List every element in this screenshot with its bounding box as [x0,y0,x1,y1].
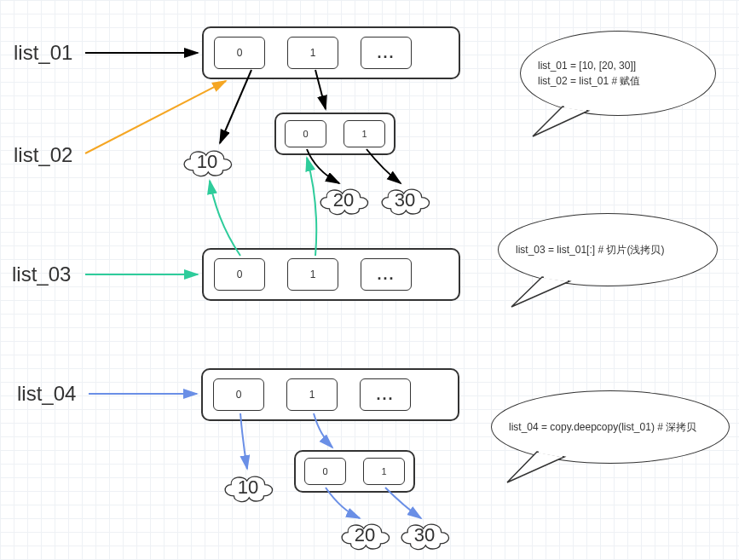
bubble-shallow: list_03 = list_01[:] # 切片(浅拷贝) [498,213,718,286]
cloud-10-a: 10 [179,145,235,179]
cell-mid-dots: ... [361,258,412,291]
diagram-stage: list_01 list_02 list_03 list_04 0 1 ... … [0,0,739,560]
cloud-20-b-value: 20 [355,524,375,546]
cell-bot-0: 0 [213,378,264,411]
bubble-assign: list_01 = [10, [20, 30]] list_02 = list_… [520,31,716,116]
bubble-assign-l2: list_02 = list_01 # 赋值 [538,73,640,89]
cloud-30-b: 30 [396,518,453,552]
cell-mid-1: 1 [287,258,338,291]
label-list03: list_03 [12,263,71,286]
label-list01: list_01 [14,41,72,65]
cell-bot-dots: ... [360,378,411,411]
cloud-10-a-value: 10 [197,151,217,173]
cell-mid-0: 0 [214,258,265,291]
bubble-assign-l1: list_01 = [10, [20, 30]] [538,58,636,73]
cell-innerB-0: 0 [304,458,346,485]
cell-top-dots: ... [361,37,412,69]
cloud-20-a: 20 [315,183,372,217]
cloud-20-b: 20 [337,518,393,552]
listbox-inner-top: 0 1 [274,113,395,155]
cloud-10-b: 10 [220,471,276,505]
cloud-30-a: 30 [377,183,433,217]
cell-innerB-1: 1 [363,458,405,485]
cloud-10-b-value: 10 [238,476,258,499]
cell-bot-1: 1 [286,378,338,411]
label-list04: list_04 [17,382,76,406]
bubble-deep: list_04 = copy.deepcopy(list_01) # 深拷贝 [491,390,730,464]
cell-top-0: 0 [214,37,265,69]
bubble-deep-l1: list_04 = copy.deepcopy(list_01) # 深拷贝 [509,419,696,435]
listbox-bot: 0 1 ... [201,368,459,421]
cell-top-1: 1 [287,37,338,69]
cloud-30-b-value: 30 [414,524,435,546]
listbox-mid: 0 1 ... [202,248,460,301]
label-list02: list_02 [14,143,72,167]
cell-innerA-1: 1 [344,120,385,147]
listbox-inner-bot: 0 1 [294,450,415,493]
bubble-shallow-l1: list_03 = list_01[:] # 切片(浅拷贝) [516,242,664,257]
cell-innerA-0: 0 [285,120,326,147]
listbox-top: 0 1 ... [202,26,460,79]
cloud-30-a-value: 30 [395,189,415,211]
cloud-20-a-value: 20 [333,189,354,211]
